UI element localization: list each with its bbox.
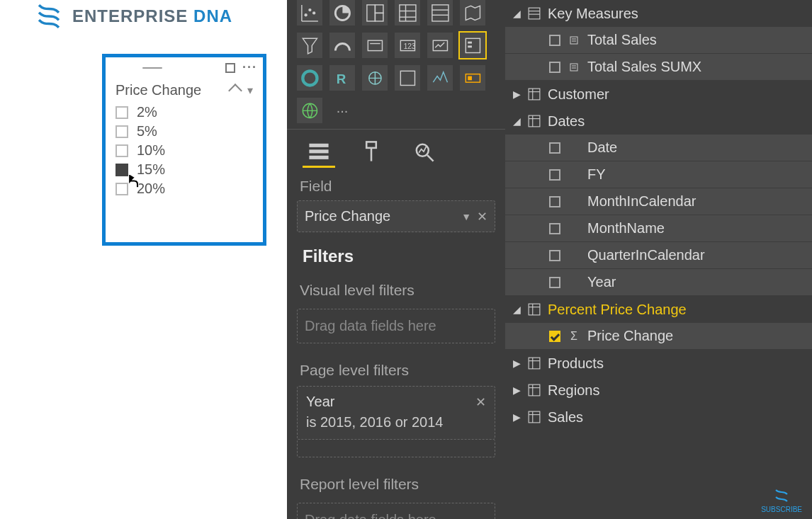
- viz-filled-map-icon[interactable]: [460, 0, 485, 25]
- table-products[interactable]: ▶Products: [505, 350, 812, 377]
- viz-table-icon[interactable]: [427, 0, 453, 25]
- collapse-icon[interactable]: ◢: [512, 115, 521, 127]
- more-options-icon[interactable]: ···: [242, 60, 257, 75]
- tab-fields[interactable]: [303, 135, 335, 168]
- logo-accent: DNA: [193, 6, 232, 25]
- subscribe-label: SUBSCRIBE: [761, 506, 802, 513]
- visual-level-filter-dropzone[interactable]: Drag data fields here: [297, 309, 495, 343]
- page-filter-card[interactable]: Year ✕ is 2015, 2016 or 2014: [297, 386, 495, 440]
- checkbox-icon[interactable]: [549, 35, 560, 46]
- field-label: QuarterInCalendar: [587, 247, 705, 263]
- checkbox-icon[interactable]: [549, 196, 560, 207]
- field-fy[interactable]: FY: [505, 161, 812, 188]
- svg-rect-34: [366, 142, 376, 148]
- viz-card-icon[interactable]: [362, 33, 388, 58]
- table-icon: [528, 7, 541, 20]
- remove-field-icon[interactable]: ✕: [477, 209, 487, 224]
- checkbox-icon[interactable]: [549, 169, 560, 181]
- slicer-item-5pct[interactable]: 5%: [115, 122, 253, 141]
- viz-card2-icon[interactable]: [460, 65, 485, 91]
- format-tab-icon: [359, 139, 383, 164]
- viz-kpi-icon[interactable]: [427, 33, 453, 58]
- checkbox-icon[interactable]: [115, 106, 128, 119]
- table-label: Customer: [548, 86, 805, 103]
- field-well[interactable]: Price Change ▼ ✕: [297, 200, 495, 232]
- viz-sparkline-icon[interactable]: [427, 65, 453, 91]
- report-level-filter-dropzone[interactable]: Drag data fields here: [297, 503, 495, 519]
- tab-analytics[interactable]: [407, 135, 440, 168]
- checkbox-icon[interactable]: [115, 144, 128, 157]
- viz-donut-icon[interactable]: [297, 65, 322, 91]
- field-total-sales-sumx[interactable]: Total Sales SUMX: [505, 54, 812, 81]
- chevron-down-icon[interactable]: ▾: [247, 84, 253, 97]
- svg-rect-50: [529, 115, 540, 127]
- viz-matrix-icon[interactable]: [395, 0, 420, 25]
- slicer-title-row: Price Change ▾: [106, 75, 263, 103]
- cursor-icon: [123, 171, 142, 191]
- slicer-visual[interactable]: ··· Price Change ▾ 2% 5% 10% 15% 20%: [102, 54, 266, 246]
- viz-scatter-icon[interactable]: [297, 0, 322, 25]
- focus-mode-icon[interactable]: [225, 63, 235, 73]
- viz-r-icon[interactable]: R: [329, 65, 355, 91]
- slicer-item-10pct[interactable]: 10%: [115, 141, 253, 160]
- field-total-sales[interactable]: Total Sales: [505, 27, 812, 54]
- collapse-icon[interactable]: ◢: [512, 8, 521, 19]
- checkbox-icon[interactable]: [549, 277, 560, 288]
- clear-selections-icon[interactable]: [228, 84, 242, 98]
- collapse-icon[interactable]: ◢: [512, 304, 521, 315]
- table-label: Dates: [548, 113, 805, 130]
- table-percent-price-change[interactable]: ◢ Percent Price Change: [505, 296, 812, 323]
- checkbox-icon[interactable]: [549, 223, 560, 234]
- viz-pie-icon[interactable]: [329, 0, 355, 25]
- expand-icon[interactable]: ▶: [512, 358, 521, 369]
- tab-format[interactable]: [355, 135, 388, 168]
- field-price-change[interactable]: Σ Price Change: [505, 323, 812, 350]
- viz-treemap-icon[interactable]: [362, 0, 388, 25]
- field-section-label: Field: [287, 168, 505, 200]
- expand-icon[interactable]: ▶: [512, 89, 521, 100]
- table-sales[interactable]: ▶Sales: [505, 404, 812, 430]
- checkbox-icon[interactable]: [549, 250, 560, 261]
- visual-level-filters-label: Visual level filters: [287, 272, 505, 304]
- table-dates[interactable]: ◢ Dates: [505, 108, 812, 135]
- table-customer[interactable]: ▶ Customer: [505, 81, 812, 108]
- viz-arcgis-icon[interactable]: [362, 65, 388, 91]
- chevron-down-icon[interactable]: ▼: [461, 211, 471, 222]
- svg-rect-53: [529, 304, 540, 315]
- table-label: Products: [548, 355, 805, 372]
- viz-gauge-icon[interactable]: [329, 33, 355, 58]
- field-quarterincalendar[interactable]: QuarterInCalendar: [505, 242, 812, 269]
- viz-multicard-icon[interactable]: 123: [395, 33, 420, 58]
- svg-point-4: [312, 11, 315, 14]
- page-level-filter-dropzone[interactable]: [297, 440, 495, 457]
- svg-rect-23: [468, 45, 472, 47]
- viz-more-icon[interactable]: ···: [329, 98, 355, 123]
- field-label: FY: [587, 166, 606, 183]
- viz-slicer-icon[interactable]: [460, 33, 485, 58]
- table-key-measures[interactable]: ◢ Key Measures: [505, 0, 812, 27]
- viz-globe-icon[interactable]: [297, 98, 322, 123]
- filters-header: Filters: [287, 232, 505, 272]
- table-regions[interactable]: ▶Regions: [505, 377, 812, 404]
- checkbox-icon[interactable]: [549, 62, 560, 73]
- dna-icon: [769, 487, 794, 504]
- checkbox-icon[interactable]: [115, 125, 128, 138]
- field-monthincalendar[interactable]: MonthInCalendar: [505, 188, 812, 215]
- expand-icon[interactable]: ▶: [512, 384, 521, 396]
- drag-handle-icon[interactable]: [142, 67, 162, 69]
- expand-icon[interactable]: ▶: [512, 411, 521, 423]
- subscribe-badge[interactable]: SUBSCRIBE: [761, 487, 802, 513]
- checkbox-icon[interactable]: [549, 331, 560, 342]
- visualizations-gallery: 123 R ···: [287, 0, 505, 129]
- table-label: Percent Price Change: [548, 302, 805, 318]
- viz-funnel-icon[interactable]: [297, 33, 322, 58]
- field-date[interactable]: Date: [505, 135, 812, 161]
- field-year[interactable]: Year: [505, 269, 812, 296]
- viz-custom1-icon[interactable]: [395, 65, 420, 91]
- checkbox-icon[interactable]: [549, 142, 560, 154]
- field-well-value: Price Change: [305, 208, 461, 224]
- field-monthname[interactable]: MonthName: [505, 215, 812, 242]
- slicer-item-2pct[interactable]: 2%: [115, 103, 253, 122]
- remove-filter-icon[interactable]: ✕: [475, 394, 486, 410]
- format-tabs: [287, 129, 505, 168]
